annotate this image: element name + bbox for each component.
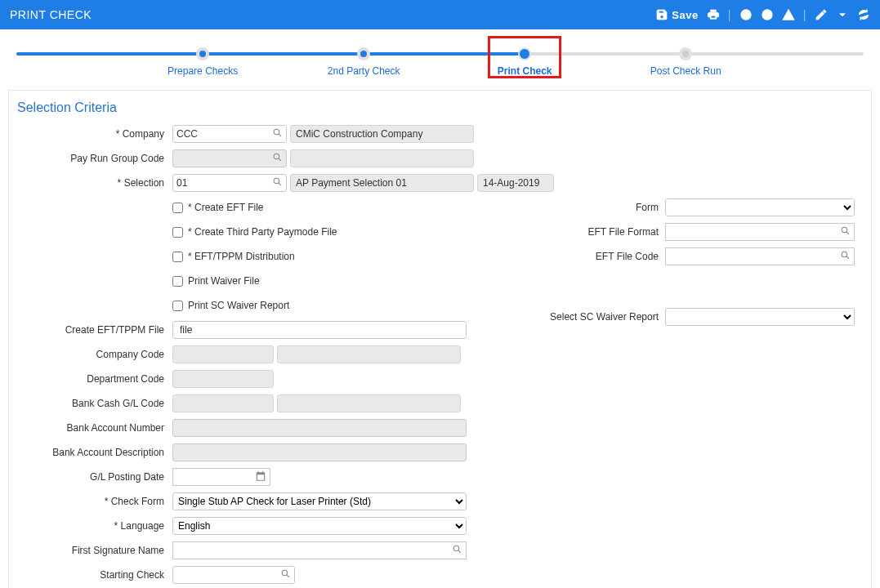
pay-run-group-label: Pay Run Group Code <box>17 153 172 164</box>
warning-icon[interactable] <box>782 8 795 21</box>
svg-point-4 <box>766 17 767 18</box>
select-sc-waiver-label: Select SC Waiver Report <box>550 311 659 323</box>
svg-point-6 <box>788 17 788 18</box>
step-2nd-party-check[interactable] <box>357 47 370 60</box>
create-eft-file-label: Create EFT File <box>194 202 263 213</box>
svg-line-18 <box>458 550 461 553</box>
language-label: Language <box>114 520 164 532</box>
gl-posting-date-label: G/L Posting Date <box>17 471 172 483</box>
selection-input[interactable]: 01 <box>172 174 287 192</box>
search-icon[interactable] <box>840 250 851 263</box>
eft-file-code-input[interactable] <box>665 247 855 265</box>
dropdown-icon[interactable] <box>836 8 849 21</box>
edit-icon[interactable] <box>815 8 828 21</box>
step-label-post-check-run[interactable]: Post Check Run <box>650 65 721 77</box>
eft-file-format-label: EFT File Format <box>588 226 659 238</box>
create-eft-tppm-file-input[interactable]: file <box>172 321 467 339</box>
company-label: Company <box>116 128 164 140</box>
department-code-input <box>172 370 274 388</box>
svg-line-16 <box>846 256 849 259</box>
bank-account-number-input <box>172 419 467 437</box>
eft-file-format-input[interactable] <box>665 223 855 241</box>
step-label-2nd-party-check[interactable]: 2nd Party Check <box>328 65 400 77</box>
selection-date: 14-Aug-2019 <box>477 174 554 192</box>
right-form-block: Form EFT File Format EFT File Code <box>550 197 855 331</box>
step-label-print-check[interactable]: Print Check <box>498 65 552 77</box>
step-post-check-run[interactable] <box>679 47 692 60</box>
step-prepare-checks[interactable] <box>196 47 209 60</box>
gl-posting-date-input[interactable] <box>172 468 270 486</box>
svg-point-13 <box>842 227 847 233</box>
selection-desc: AP Payment Selection 01 <box>290 174 474 192</box>
divider-icon-2: | <box>803 8 806 21</box>
search-icon[interactable] <box>272 176 283 189</box>
pay-run-group-input[interactable] <box>172 149 287 167</box>
form-label: Form <box>636 202 659 213</box>
svg-point-7 <box>274 129 279 135</box>
svg-line-14 <box>846 232 849 234</box>
bank-account-desc-label: Bank Account Description <box>17 447 172 458</box>
divider-icon: | <box>728 8 731 21</box>
save-label: Save <box>672 9 698 21</box>
bank-cash-gl-label: Bank Cash G/L Code <box>17 398 172 409</box>
calendar-icon[interactable] <box>255 470 266 484</box>
language-select[interactable]: English <box>172 517 467 535</box>
print-waiver-label: Print Waiver File <box>188 275 260 287</box>
create-tppaymode-label: Create Third Party Paymode File <box>194 226 337 238</box>
section-title: Selection Criteria <box>17 97 863 123</box>
bank-cash-gl-desc <box>277 394 461 412</box>
selection-criteria-panel: Selection Criteria Company CCC CMiC Cons… <box>8 90 872 588</box>
company-name-display: CMiC Construction Company <box>290 125 474 143</box>
check-form-label: Check Form <box>105 496 164 507</box>
bank-cash-gl-input <box>172 394 274 412</box>
search-icon[interactable] <box>840 225 851 238</box>
eft-file-code-label: EFT File Code <box>596 251 659 262</box>
eft-tppm-dist-label: EFT/TPPM Distribution <box>194 251 295 262</box>
svg-line-20 <box>287 575 289 577</box>
train-stepper: Prepare Checks 2nd Party Check Print Che… <box>16 42 864 83</box>
search-icon[interactable] <box>280 568 291 581</box>
company-code-desc <box>277 345 461 363</box>
check-form-select[interactable]: Single Stub AP Check for Laser Printer (… <box>172 492 467 510</box>
refresh-icon[interactable] <box>857 8 870 21</box>
starting-check-label: Starting Check <box>17 569 172 581</box>
info-icon[interactable] <box>739 8 753 21</box>
step-print-check[interactable] <box>518 47 531 60</box>
print-waiver-checkbox[interactable] <box>172 276 183 287</box>
company-value: CCC <box>176 128 198 140</box>
save-button[interactable]: Save <box>655 8 698 21</box>
print-sc-waiver-checkbox[interactable] <box>172 301 183 311</box>
svg-line-10 <box>279 158 281 161</box>
create-eft-file-checkbox[interactable] <box>172 203 183 213</box>
company-code-label: Company Code <box>17 349 172 360</box>
stepper-fill <box>16 52 525 56</box>
form-select[interactable] <box>665 198 855 216</box>
first-signature-input[interactable] <box>172 541 467 559</box>
help-icon[interactable] <box>761 8 774 21</box>
create-eft-file-checkbox-row: Create EFT File <box>172 198 263 217</box>
select-sc-waiver-select[interactable] <box>665 308 855 326</box>
first-signature-label: First Signature Name <box>17 545 172 556</box>
create-eft-tppm-file-value: file <box>176 324 192 336</box>
selection-value: 01 <box>176 177 187 189</box>
eft-tppm-dist-checkbox[interactable] <box>172 252 183 262</box>
svg-point-17 <box>453 546 459 551</box>
starting-check-input[interactable] <box>172 566 295 584</box>
company-code-input <box>172 345 274 363</box>
svg-point-19 <box>282 570 288 576</box>
svg-point-11 <box>274 178 279 184</box>
page-title: PRINT CHECK <box>10 8 92 21</box>
title-bar: PRINT CHECK Save | | <box>0 0 880 29</box>
svg-point-2 <box>745 11 746 12</box>
svg-line-12 <box>279 183 281 185</box>
print-icon[interactable] <box>707 8 720 21</box>
svg-point-15 <box>842 252 847 257</box>
save-icon <box>655 8 668 21</box>
company-input[interactable]: CCC <box>172 125 287 143</box>
search-icon[interactable] <box>272 152 283 165</box>
svg-line-8 <box>279 134 281 136</box>
search-icon[interactable] <box>272 127 283 140</box>
step-label-prepare-checks[interactable]: Prepare Checks <box>168 65 238 77</box>
search-icon[interactable] <box>452 544 462 557</box>
create-tppaymode-checkbox[interactable] <box>172 227 183 238</box>
